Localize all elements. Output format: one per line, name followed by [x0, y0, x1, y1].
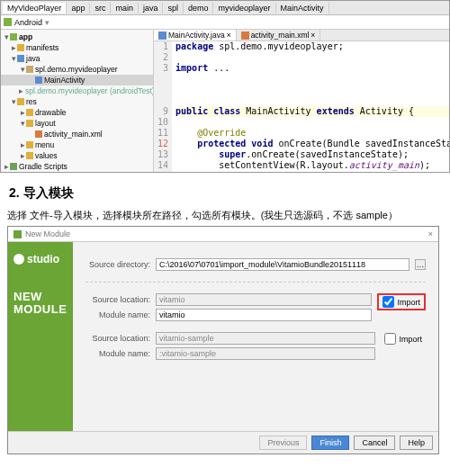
breadcrumb-item[interactable]: app: [67, 3, 90, 13]
help-button[interactable]: Help: [400, 436, 433, 450]
new-module-dialog: New Module × studio NEW MODULE Source di…: [7, 226, 439, 454]
studio-icon: [14, 254, 24, 265]
folder-icon: [26, 141, 33, 148]
ide-toolbar: Android ▾: [1, 15, 449, 30]
gradle-icon: [10, 163, 17, 170]
editor-pane: MainActivity.java× activity_main.xml× 12…: [154, 30, 449, 172]
source-location-2: vitamio-sample: [156, 332, 375, 345]
tree-gradle[interactable]: Gradle Scripts: [19, 161, 68, 172]
android-icon: [4, 18, 12, 26]
source-directory-label: Source directory:: [86, 260, 150, 269]
tree-menu[interactable]: menu: [35, 139, 54, 150]
project-tree[interactable]: ▾app ▸manifests ▾java ▾spl.demo.myvideop…: [1, 30, 154, 172]
folder-icon: [17, 55, 24, 62]
import-check-1[interactable]: [382, 296, 394, 308]
tree-mainactivity[interactable]: MainActivity: [44, 75, 85, 85]
ide-window: MyVideoPlayer app src main java spl demo…: [0, 0, 450, 173]
tree-layout[interactable]: layout: [35, 118, 56, 129]
source-location-label: Source location:: [86, 334, 150, 343]
dialog-title-text: New Module: [25, 229, 70, 238]
view-selector[interactable]: Android: [14, 18, 42, 27]
tree-package-test[interactable]: spl.demo.myvideoplayer (androidTest): [25, 85, 154, 96]
ide-breadcrumb-bar: MyVideoPlayer app src main java spl demo…: [1, 1, 449, 15]
folder-icon: [17, 98, 24, 105]
tree-manifests[interactable]: manifests: [26, 42, 58, 53]
import-checkbox-1[interactable]: Import: [377, 293, 426, 310]
source-directory-input[interactable]: C:\2016\07\0701\import_module\VitamioBun…: [156, 258, 410, 271]
folder-icon: [26, 152, 33, 159]
finish-button[interactable]: Finish: [311, 436, 349, 450]
module-name-input-2[interactable]: :vitamio-sample: [156, 347, 375, 360]
xml-icon: [241, 31, 249, 40]
breadcrumb-item[interactable]: myvideoplayer: [213, 3, 275, 13]
tree-app[interactable]: app: [19, 31, 32, 42]
class-icon: [35, 76, 42, 84]
tab-mainactivity-java[interactable]: MainActivity.java×: [154, 30, 237, 40]
tree-package[interactable]: spl.demo.myvideoplayer: [35, 64, 118, 75]
module-icon: [10, 33, 17, 40]
java-icon: [158, 31, 166, 40]
gutter: 12391011121314151617: [154, 41, 172, 172]
chevron-down-icon[interactable]: ▾: [45, 18, 50, 27]
import-checkbox-2[interactable]: Import: [381, 332, 426, 346]
breadcrumb-item[interactable]: spl: [163, 3, 184, 13]
code-text[interactable]: package spl.demo.myvideoplayer; import .…: [172, 41, 449, 172]
tree-values[interactable]: values: [35, 150, 58, 161]
previous-button[interactable]: Previous: [259, 436, 307, 450]
source-location-label: Source location:: [86, 295, 150, 304]
code-area[interactable]: 12391011121314151617 package spl.demo.my…: [154, 41, 449, 172]
dialog-titlebar: New Module ×: [8, 227, 438, 242]
module-name-label: Module name:: [86, 349, 150, 358]
android-icon: [14, 230, 22, 238]
breadcrumb-item[interactable]: MainActivity: [276, 3, 329, 13]
breadcrumb-item[interactable]: src: [90, 3, 111, 13]
close-icon[interactable]: ×: [310, 31, 315, 40]
close-icon[interactable]: ×: [428, 229, 433, 238]
section-heading: 2. 导入模块: [9, 185, 450, 202]
tree-java[interactable]: java: [26, 53, 40, 64]
dialog-form: Source directory: C:\2016\07\0701\import…: [73, 242, 438, 431]
source-location-1: vitamio: [156, 293, 372, 306]
module-name-input-1[interactable]: vitamio: [156, 309, 372, 321]
tree-activity-xml[interactable]: activity_main.xml: [44, 129, 103, 139]
folder-icon: [26, 109, 33, 116]
breadcrumb-item[interactable]: MyVideoPlayer: [3, 3, 67, 13]
browse-button[interactable]: …: [415, 259, 426, 270]
instruction-text: 选择 文件-导入模块，选择模块所在路径，勾选所有模块。(我生只选源码，不选 sa…: [7, 209, 450, 222]
breadcrumb-item[interactable]: main: [111, 3, 139, 13]
folder-icon: [17, 44, 24, 51]
module-name-label: Module name:: [86, 310, 150, 319]
close-icon[interactable]: ×: [227, 31, 231, 40]
xml-icon: [35, 130, 42, 138]
import-check-2[interactable]: [384, 333, 396, 345]
breadcrumb-item[interactable]: java: [139, 3, 164, 13]
dialog-sidebar: studio NEW MODULE: [8, 242, 73, 431]
tree-drawable[interactable]: drawable: [35, 107, 67, 118]
folder-icon: [26, 120, 33, 127]
tab-activity-main-xml[interactable]: activity_main.xml×: [237, 30, 321, 40]
package-icon: [26, 66, 33, 73]
dialog-button-row: Previous Finish Cancel Help: [8, 431, 438, 454]
cancel-button[interactable]: Cancel: [354, 436, 395, 450]
tree-res[interactable]: res: [26, 96, 37, 107]
breadcrumb-item[interactable]: demo: [184, 3, 214, 13]
